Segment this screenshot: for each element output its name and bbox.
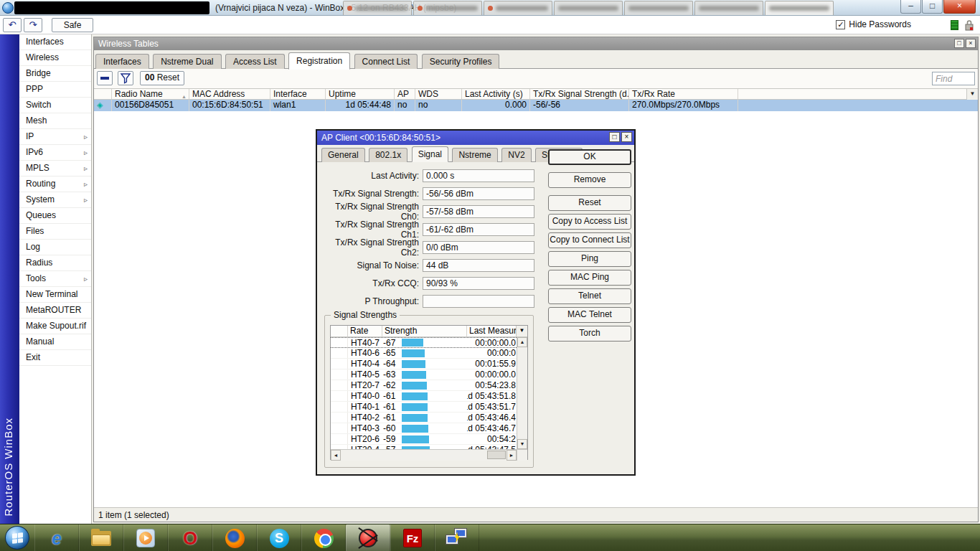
scroll-right-button[interactable]: ► bbox=[507, 450, 517, 461]
hscroll-track[interactable] bbox=[341, 450, 507, 461]
mac-ping-button[interactable]: MAC Ping bbox=[548, 270, 631, 286]
header-wds[interactable]: WDS bbox=[415, 89, 462, 99]
sidebar-item-manual[interactable]: Manual bbox=[19, 334, 91, 350]
field-signal-strength[interactable]: -56/-56 dBm bbox=[423, 187, 534, 200]
signal-rate-row[interactable]: HT40-2-611d 05:43:46.4 bbox=[331, 413, 517, 423]
sidebar-item-mesh[interactable]: Mesh bbox=[19, 113, 91, 129]
taskbar-opera[interactable]: O bbox=[168, 524, 212, 551]
sidebar-item-log[interactable]: Log bbox=[19, 240, 91, 255]
column-dropdown-button[interactable]: ▼ bbox=[966, 89, 978, 100]
taskbar-chrome[interactable] bbox=[301, 524, 346, 551]
signal-rate-row[interactable]: HT40-3-601d 05:43:46.7 bbox=[331, 423, 517, 434]
start-button[interactable] bbox=[5, 526, 29, 550]
tab-interfaces[interactable]: Interfaces bbox=[95, 54, 149, 70]
hide-passwords-checkbox[interactable]: ✓ bbox=[836, 20, 845, 29]
header-uptime[interactable]: Uptime bbox=[326, 89, 395, 99]
sidebar-item-queues[interactable]: Queues bbox=[19, 208, 91, 224]
vertical-scrollbar[interactable]: ▲ ▼ bbox=[517, 337, 527, 449]
sig-column-dropdown-button[interactable]: ▼ bbox=[516, 326, 527, 336]
sidebar-item-ppp[interactable]: PPP bbox=[19, 82, 91, 98]
tab-signal[interactable]: Signal bbox=[412, 146, 448, 162]
signal-rate-row[interactable]: HT40-1-611d 05:43:51.7 bbox=[331, 402, 517, 413]
taskbar-skype[interactable]: S bbox=[257, 524, 301, 551]
header-ap[interactable]: AP bbox=[395, 89, 415, 99]
undo-button[interactable]: ↶ bbox=[3, 18, 22, 32]
filter-button[interactable] bbox=[118, 71, 133, 85]
field-last-activity[interactable]: 0.000 s bbox=[423, 169, 534, 182]
dialog-maximize-button[interactable]: □ bbox=[609, 132, 620, 142]
signal-rate-row[interactable]: HT40-4-6400:01:55.9 bbox=[331, 359, 517, 369]
header-mac-address[interactable]: MAC Address bbox=[189, 89, 270, 99]
field-signal-to-noise[interactable]: 44 dB bbox=[423, 259, 534, 272]
sidebar-item-files[interactable]: Files bbox=[19, 224, 91, 240]
reset-button[interactable]: 00 Reset bbox=[140, 71, 184, 85]
tab-access-list[interactable]: Access List bbox=[225, 54, 285, 70]
field-signal-ch2[interactable]: 0/0 dBm bbox=[423, 241, 534, 254]
header-radio-name[interactable]: Radio Name▲ bbox=[112, 89, 189, 99]
taskbar-internet-explorer[interactable]: e bbox=[34, 524, 79, 551]
mac-telnet-button[interactable]: MAC Telnet bbox=[548, 307, 631, 323]
remove-button[interactable]: Remove bbox=[548, 172, 631, 188]
sig-header-rate[interactable]: Rate bbox=[348, 326, 382, 336]
copy-to-connect-list-button[interactable]: Copy to Connect List bbox=[548, 232, 631, 248]
ping-button[interactable]: Ping bbox=[548, 251, 631, 267]
sidebar-item-mpls[interactable]: MPLS▹ bbox=[19, 161, 91, 176]
remove-entry-button[interactable] bbox=[97, 71, 113, 85]
hscroll-thumb[interactable] bbox=[487, 451, 506, 459]
signal-rate-row[interactable]: HT40-0-611d 05:43:51.8 bbox=[331, 391, 517, 402]
taskbar-media-player[interactable] bbox=[123, 524, 168, 551]
taskbar-windows-explorer[interactable] bbox=[79, 524, 123, 551]
tab-nv2[interactable]: NV2 bbox=[501, 148, 531, 162]
sidebar-item-metarouter[interactable]: MetaROUTER bbox=[19, 303, 91, 319]
sidebar-item-ipv6[interactable]: IPv6▹ bbox=[19, 145, 91, 161]
horizontal-scrollbar[interactable]: ◄ ► bbox=[331, 449, 527, 461]
scroll-down-button[interactable]: ▼ bbox=[517, 439, 527, 449]
sidebar-item-new-terminal[interactable]: New Terminal bbox=[19, 287, 91, 303]
copy-to-access-list-button[interactable]: Copy to Access List bbox=[548, 214, 631, 230]
child-restore-button[interactable]: □ bbox=[954, 39, 964, 48]
tab-connect-list[interactable]: Connect List bbox=[354, 54, 418, 70]
tab-nstreme[interactable]: Nstreme bbox=[452, 148, 497, 162]
telnet-button[interactable]: Telnet bbox=[548, 288, 631, 304]
find-input[interactable] bbox=[932, 72, 975, 85]
sidebar-item-make-supout[interactable]: Make Supout.rif bbox=[19, 319, 91, 334]
dialog-close-button[interactable]: × bbox=[621, 132, 632, 142]
reset-signal-button[interactable]: Reset bbox=[548, 195, 631, 211]
sidebar-item-radius[interactable]: Radius bbox=[19, 255, 91, 271]
header-interface[interactable]: Interface bbox=[270, 89, 326, 99]
signal-rate-row[interactable]: HT40-6-6500:00:0 bbox=[331, 348, 517, 359]
registration-row[interactable]: ◈ 00156D845051 00:15:6D:84:50:51 wlan1 1… bbox=[94, 100, 978, 111]
tab-security-profiles[interactable]: Security Profiles bbox=[422, 54, 500, 70]
header-tx-rx-rate[interactable]: Tx/Rx Rate bbox=[629, 89, 738, 99]
sidebar-item-tools[interactable]: Tools▹ bbox=[19, 271, 91, 287]
close-button[interactable]: × bbox=[943, 0, 976, 14]
sig-header-icon-col[interactable] bbox=[331, 326, 348, 336]
field-signal-ch0[interactable]: -57/-58 dBm bbox=[423, 205, 534, 218]
scroll-up-button[interactable]: ▲ bbox=[517, 337, 527, 347]
sidebar-item-bridge[interactable]: Bridge bbox=[19, 66, 91, 82]
minimize-button[interactable]: – bbox=[900, 0, 921, 14]
maximize-button[interactable]: □ bbox=[922, 0, 943, 14]
scroll-left-button[interactable]: ◄ bbox=[331, 450, 341, 461]
tab-general[interactable]: General bbox=[321, 148, 365, 162]
torch-button[interactable]: Torch bbox=[548, 326, 631, 342]
taskbar-winbox[interactable] bbox=[435, 524, 479, 551]
taskbar-firefox[interactable] bbox=[212, 524, 257, 551]
signal-rate-row[interactable]: HT20-6-5900:54:2 bbox=[331, 434, 517, 445]
signal-rate-row[interactable]: HT40-5-6300:00:00.0 bbox=[331, 369, 517, 380]
sidebar-item-routing[interactable]: Routing▹ bbox=[19, 176, 91, 192]
taskbar-filezilla[interactable]: Fz bbox=[390, 524, 435, 551]
field-p-throughput[interactable] bbox=[423, 295, 534, 308]
field-signal-ch1[interactable]: -61/-62 dBm bbox=[423, 223, 534, 236]
sig-header-strength[interactable]: Strength bbox=[382, 326, 467, 336]
taskbar-red-app[interactable] bbox=[346, 524, 390, 551]
sidebar-item-system[interactable]: System▹ bbox=[19, 192, 91, 208]
field-ccq[interactable]: 90/93 % bbox=[423, 277, 534, 290]
signal-rate-row[interactable]: HT40-7-6700:00:00.0 bbox=[331, 337, 517, 348]
redo-button[interactable]: ↷ bbox=[24, 18, 42, 32]
tab-nstreme-dual[interactable]: Nstreme Dual bbox=[153, 54, 221, 70]
sidebar-item-exit[interactable]: Exit bbox=[19, 350, 91, 366]
signal-rate-row[interactable]: HT20-7-6200:54:23.8 bbox=[331, 380, 517, 391]
ok-button[interactable]: OK bbox=[548, 149, 631, 165]
hide-passwords-control[interactable]: ✓ Hide Passwords bbox=[836, 19, 911, 29]
